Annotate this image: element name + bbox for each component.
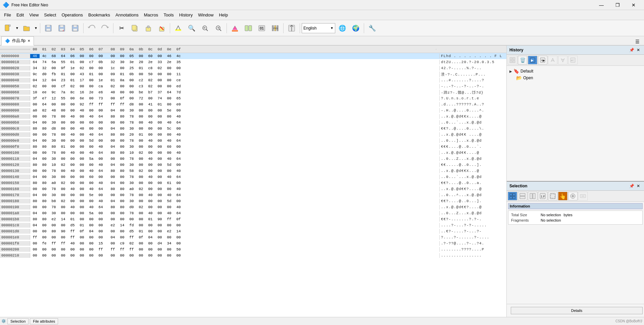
hex-byte[interactable]: 00 [117,163,127,167]
hex-byte[interactable]: 73 [96,96,105,100]
hex-byte[interactable]: 00 [58,157,68,161]
hex-byte[interactable]: 4c [40,54,49,58]
hex-byte[interactable]: 30 [49,211,58,215]
hex-byte[interactable]: 02 [108,84,117,88]
history-btn-6[interactable] [558,56,567,64]
hex-byte[interactable]: 00 [146,108,155,112]
hex-byte[interactable]: 00 [49,247,58,251]
hex-byte[interactable]: 00 [146,114,155,119]
hex-byte[interactable]: 00 [96,72,105,76]
hex-byte[interactable]: 64 [30,60,40,64]
hex-byte[interactable]: 02 [146,78,155,82]
hex-byte[interactable]: 64 [96,133,105,137]
hex-byte[interactable]: 40 [174,114,183,119]
hex-byte[interactable]: ed [174,84,183,88]
hex-byte[interactable]: c8 [146,66,155,70]
hex-row[interactable]: 000001d000008090ff0f04000000d5010000e214… [0,228,506,234]
hex-byte[interactable]: 80 [40,199,49,203]
hex-byte[interactable]: 00 [40,157,49,161]
close-button[interactable]: ✕ [626,0,641,10]
copy-button[interactable] [129,22,141,35]
hex-byte[interactable]: 06 [68,54,77,58]
hex-byte[interactable]: ff [30,235,40,239]
hex-byte[interactable]: 78 [127,121,136,125]
hex-row[interactable]: 000001e0ff000000ff0000000400ff0f04000000… [0,234,506,240]
hex-byte[interactable]: 30 [127,181,136,185]
hex-byte[interactable]: 00 [87,223,96,227]
hex-byte[interactable]: 00 [164,235,174,239]
hex-byte[interactable]: 46 [164,54,174,58]
hex-byte[interactable]: 5e [87,193,96,197]
history-btn-3[interactable]: ▶ [528,56,537,64]
hex-byte[interactable]: 41 [146,102,155,106]
hex-byte[interactable]: 00 [164,72,174,76]
hex-byte[interactable]: 00 [96,223,105,227]
new-dropdown[interactable]: ▼ [15,22,19,35]
hex-byte[interactable]: 01 [58,72,68,76]
hex-byte[interactable]: 12 [40,78,49,82]
hex-byte[interactable]: 00 [164,96,174,100]
hex-byte[interactable]: 60 [146,54,155,58]
hex-byte[interactable]: 30 [49,139,58,143]
hex-byte[interactable]: 40 [87,151,96,155]
hex-byte[interactable]: 00 [30,151,40,155]
hex-byte[interactable]: 00 [68,193,77,197]
highlight-button[interactable] [172,22,185,35]
hex-byte[interactable]: ff [96,247,105,251]
hex-byte[interactable]: 00 [58,235,68,239]
hex-byte[interactable]: 00 [164,66,174,70]
hex-byte[interactable]: 40 [164,157,174,161]
hex-byte[interactable]: 00 [108,96,117,100]
selection-close-button[interactable]: ✕ [635,183,641,189]
hex-byte[interactable]: 00 [96,157,105,161]
hex-byte[interactable]: 00 [136,223,146,227]
hex-byte[interactable]: d0 [40,72,49,76]
hex-byte[interactable]: 9c [30,72,40,76]
hex-byte[interactable]: 00 [58,108,68,112]
hex-byte[interactable]: 10 [30,90,40,94]
hex-byte[interactable]: 5a [49,60,58,64]
hex-byte[interactable]: 37 [155,90,164,94]
hex-byte[interactable]: 80 [117,205,127,209]
minimize-button[interactable]: — [594,0,609,10]
hex-row[interactable]: 000000d000007800400040648080200100000040… [0,132,506,138]
hex-byte[interactable]: 00 [30,229,40,233]
sel-btn-1[interactable] [508,192,517,200]
hex-byte[interactable]: e2 [49,217,58,221]
hex-byte[interactable]: 00 [155,127,164,131]
hex-row[interactable]: 00000000464c686406000000000005006000464c… [0,53,506,59]
hex-byte[interactable]: 40 [68,151,77,155]
hex-byte[interactable]: 00 [117,145,127,149]
hex-byte[interactable]: 00 [136,163,146,167]
hex-byte[interactable]: 00 [136,253,146,258]
settings-button[interactable]: 🔧 [366,22,379,35]
hex-byte[interactable]: 04 [108,145,117,149]
hex-byte[interactable]: 00 [127,90,136,94]
hex-byte[interactable]: 00 [108,253,117,258]
hex-byte[interactable]: e0 [174,102,183,106]
hex-byte[interactable]: 00 [40,205,49,209]
hex-byte[interactable]: 00 [77,193,87,197]
hex-byte[interactable]: 30 [127,108,136,112]
hex-byte[interactable]: 78 [49,169,58,173]
hex-byte[interactable]: 00 [146,247,155,251]
hex-byte[interactable]: 80 [30,145,40,149]
hex-byte[interactable]: 00 [108,211,117,215]
hex-byte[interactable]: 02 [127,241,136,245]
hex-byte[interactable]: 00 [77,151,87,155]
hex-byte[interactable]: 00 [117,199,127,203]
hex-byte[interactable]: 00 [40,187,49,191]
hex-byte[interactable]: 00 [68,127,77,131]
hex-byte[interactable]: 80 [49,229,58,233]
hex-byte[interactable]: 00 [117,181,127,185]
hex-byte[interactable]: 80 [30,163,40,167]
hex-byte[interactable]: 90 [58,229,68,233]
language-dropdown[interactable]: English ▼ [302,23,335,33]
hex-byte[interactable]: 80 [40,181,49,185]
hex-byte[interactable]: 5a [87,211,96,215]
hex-byte[interactable]: 00 [155,193,164,197]
hex-byte[interactable]: 5e [164,108,174,112]
tab-close-button[interactable]: ✕ [28,39,30,43]
hex-byte[interactable]: 00 [155,157,164,161]
hex-byte[interactable]: 00 [108,193,117,197]
